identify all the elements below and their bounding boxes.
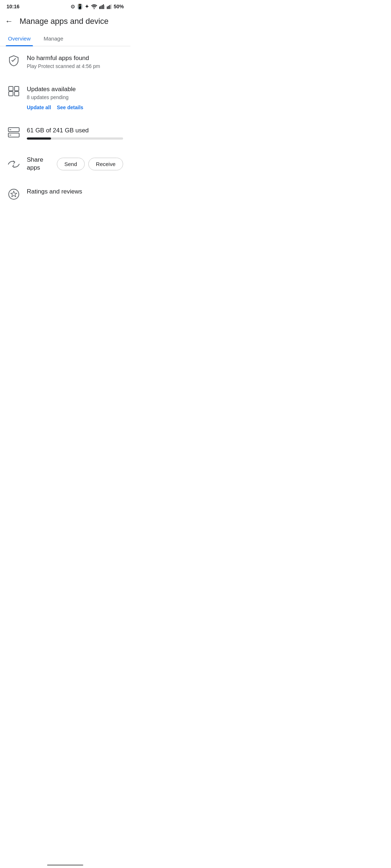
ratings-icon: [7, 188, 20, 200]
content-area: No harmful apps found Play Protect scann…: [0, 46, 130, 208]
page-title: Manage apps and device: [20, 17, 109, 26]
play-protect-section: No harmful apps found Play Protect scann…: [0, 46, 130, 77]
svg-marker-10: [12, 58, 16, 62]
updates-icon: [7, 86, 20, 96]
see-details-button[interactable]: See details: [57, 105, 83, 110]
tab-overview[interactable]: Overview: [6, 32, 33, 46]
updates-section: Updates available 8 updates pending Upda…: [0, 77, 130, 119]
storage-bar: [27, 137, 123, 140]
top-bar: ← Manage apps and device: [0, 12, 130, 32]
signal2-icon: [107, 4, 112, 9]
svg-rect-8: [109, 5, 110, 9]
svg-rect-4: [103, 4, 104, 9]
storage-title: 61 GB of 241 GB used: [27, 127, 123, 135]
play-protect-body: No harmful apps found Play Protect scann…: [27, 54, 123, 69]
share-apps-body: Share apps Send Receive: [27, 156, 123, 172]
screen-record-icon: ⊙: [71, 4, 75, 9]
svg-marker-20: [10, 191, 17, 197]
updates-actions: Update all See details: [27, 105, 123, 110]
back-button[interactable]: ←: [4, 15, 14, 27]
send-button[interactable]: Send: [57, 158, 85, 170]
play-protect-subtitle: Play Protect scanned at 4:56 pm: [27, 63, 123, 69]
updates-subtitle: 8 updates pending: [27, 94, 123, 100]
svg-rect-5: [104, 5, 105, 9]
ratings-section[interactable]: Ratings and reviews: [0, 180, 130, 208]
svg-rect-12: [14, 86, 19, 91]
storage-bar-fill: [27, 137, 51, 140]
storage-icon: [7, 127, 20, 137]
play-protect-icon: [7, 55, 20, 67]
svg-rect-11: [9, 86, 13, 91]
status-icons: ⊙ 📳 ✦: [71, 4, 124, 9]
svg-rect-9: [110, 4, 112, 9]
bluetooth-icon: ✦: [85, 4, 89, 9]
status-bar: 10:16 ⊙ 📳 ✦: [0, 0, 130, 12]
svg-rect-3: [102, 5, 103, 9]
svg-rect-2: [100, 6, 101, 9]
svg-point-19: [9, 189, 19, 199]
updates-body: Updates available 8 updates pending Upda…: [27, 85, 123, 110]
play-protect-title: No harmful apps found: [27, 54, 123, 62]
svg-point-0: [93, 8, 94, 9]
ratings-body: Ratings and reviews: [27, 188, 123, 196]
tab-manage[interactable]: Manage: [42, 32, 66, 46]
share-buttons: Send Receive: [57, 158, 123, 170]
tabs: Overview Manage: [0, 32, 130, 46]
svg-rect-14: [14, 92, 19, 96]
updates-title: Updates available: [27, 85, 123, 93]
storage-body: 61 GB of 241 GB used: [27, 127, 123, 140]
ratings-title: Ratings and reviews: [27, 188, 123, 196]
wifi-icon: [91, 4, 97, 9]
svg-rect-13: [9, 92, 13, 96]
svg-rect-7: [108, 6, 109, 9]
share-apps-title: Share apps: [27, 156, 51, 172]
battery-icon: 50%: [114, 4, 124, 9]
signal-icon: [99, 4, 105, 9]
svg-rect-6: [107, 7, 108, 9]
status-time: 10:16: [7, 4, 20, 9]
receive-button[interactable]: Receive: [88, 158, 123, 170]
share-apps-icon: [7, 159, 20, 169]
storage-section: 61 GB of 241 GB used: [0, 119, 130, 148]
update-all-button[interactable]: Update all: [27, 105, 51, 110]
svg-rect-1: [99, 7, 100, 9]
share-apps-section: Share apps Send Receive: [0, 148, 130, 180]
vibrate-icon: 📳: [77, 4, 83, 9]
